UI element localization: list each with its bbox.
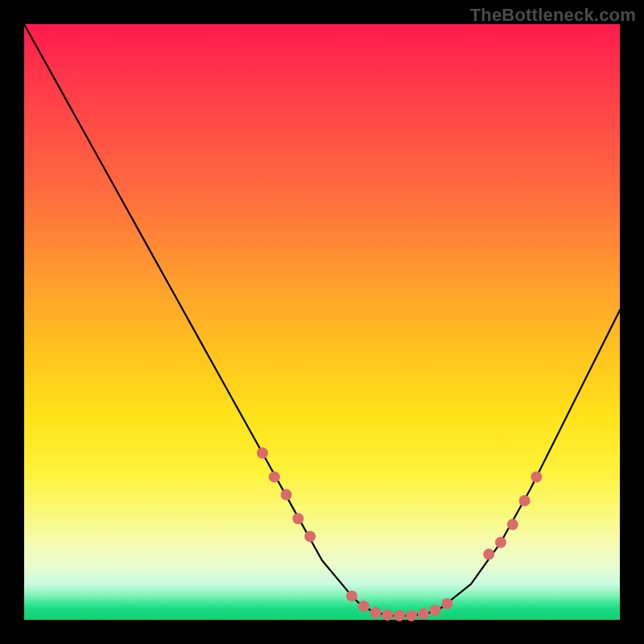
plot-area	[24, 24, 620, 620]
curve-marker	[304, 530, 316, 542]
curve-marker	[257, 448, 268, 459]
curve-marker	[346, 590, 357, 601]
curve-markers	[257, 448, 542, 621]
curve-marker	[292, 513, 303, 524]
curve-layer	[24, 24, 620, 620]
curve-marker	[507, 519, 518, 530]
curve-marker	[430, 605, 441, 616]
curve-marker	[495, 537, 506, 548]
curve-marker	[394, 610, 405, 621]
curve-marker	[519, 495, 530, 506]
watermark-text: TheBottleneck.com	[470, 5, 636, 26]
curve-marker	[441, 598, 452, 609]
curve-marker	[406, 610, 417, 621]
curve-marker	[281, 489, 292, 501]
curve-marker	[370, 607, 382, 618]
curve-marker	[418, 609, 429, 620]
curve-marker	[382, 609, 393, 621]
bottleneck-curve	[24, 24, 620, 616]
curve-marker	[358, 601, 369, 612]
curve-marker	[483, 549, 494, 560]
curve-marker	[530, 471, 542, 482]
chart-frame: TheBottleneck.com	[0, 0, 644, 644]
curve-marker	[269, 471, 280, 482]
